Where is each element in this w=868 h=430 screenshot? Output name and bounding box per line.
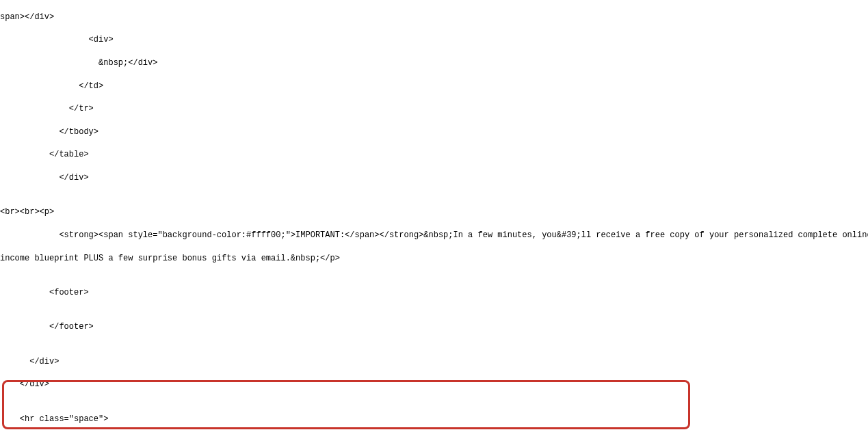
- code-line: <div>: [0, 34, 868, 46]
- code-line: <strong><span style="background-color:#f…: [0, 230, 868, 241]
- code-line: span></div>: [0, 12, 868, 23]
- code-line: </div>: [0, 356, 868, 368]
- code-line: <hr class="space">: [0, 414, 868, 425]
- code-line: </tbody>: [0, 126, 868, 138]
- code-line: </table>: [0, 149, 868, 161]
- code-line: </div>: [0, 379, 868, 390]
- code-line: <br><br><p>: [0, 206, 868, 218]
- code-line: </div>: [0, 172, 868, 184]
- code-line: &nbsp;</div>: [0, 57, 868, 69]
- source-code-viewer: span></div> <div> &nbsp;</div> </td> </t…: [0, 0, 868, 430]
- code-line: </footer>: [0, 321, 868, 333]
- code-line: <footer>: [0, 287, 868, 299]
- code-line: </td>: [0, 81, 868, 92]
- code-line: </tr>: [0, 103, 868, 115]
- code-line: income blueprint PLUS a few surprise bon…: [0, 253, 868, 265]
